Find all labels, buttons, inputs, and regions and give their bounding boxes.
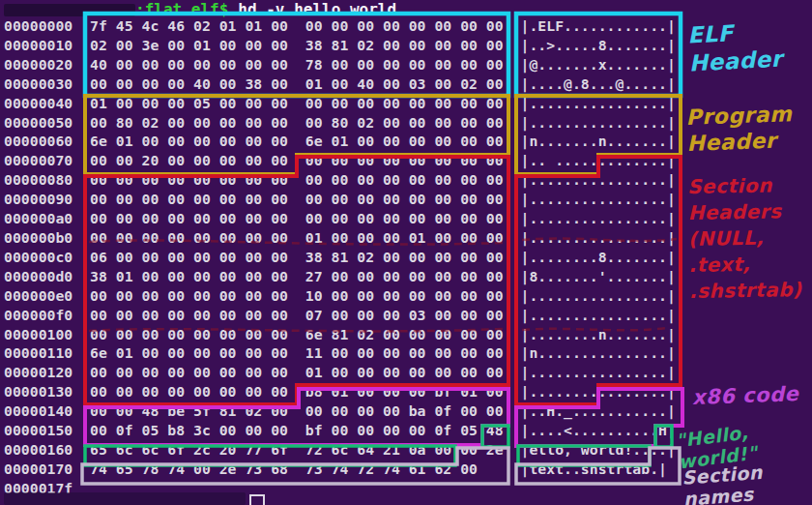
hex-row: 00000100 00 00 00 00 00 00 00 00 6e 81 0… [4,325,676,344]
hexdump-lines: 00000000 7f 45 4c 46 02 01 01 00 00 00 0… [4,16,676,479]
elf-header-note: ELF Header [687,17,784,78]
hex-row: 00000160 65 6c 6c 6f 2c 20 77 6f 72 6c 6… [4,440,676,460]
section-headers-note: Section Headers (NULL, .text, .shstrtab) [687,172,802,305]
hex-row: 00000010 02 00 3e 00 01 00 00 00 38 81 0… [4,36,676,55]
hex-row: 00000110 6e 01 00 00 00 00 00 00 11 00 0… [4,343,676,363]
hex-row: 00000140 00 00 48 be 5f 81 02 00 00 00 0… [4,401,676,421]
hex-row: 00000080 00 00 00 00 00 00 00 00 00 00 0… [4,170,676,190]
section-names-note: Section names [682,458,812,505]
hex-row: 000000c0 06 00 00 00 00 00 00 00 38 81 0… [4,248,676,267]
hex-row: 00000150 00 0f 05 b8 3c 00 00 00 bf 00 0… [4,421,676,440]
hex-row: 000000f0 00 00 00 00 00 00 00 00 07 00 0… [4,306,676,325]
redacted-user-host [4,4,135,16]
terminal-window[interactable]: :flat elf$hd -v hello world 00000000 7f … [0,0,812,505]
hex-row: 00000130 00 00 00 00 00 00 00 00 b8 01 0… [4,382,676,401]
hex-row: 00000030 00 00 00 00 40 00 38 00 01 00 4… [4,74,676,94]
hex-row: 00000000 7f 45 4c 46 02 01 01 00 00 00 0… [4,16,676,36]
hex-row: 00000120 00 00 00 00 00 00 00 00 01 00 0… [4,363,676,382]
command-line: :flat elf$hd -v hello world [4,1,396,17]
hex-row: 00000090 00 00 00 00 00 00 00 00 00 00 0… [4,190,676,209]
hex-row: 000000d0 38 01 00 00 00 00 00 00 27 00 0… [4,267,676,286]
x86-code-note: x86 code [692,382,799,409]
hex-row: 00000060 6e 01 00 00 00 00 00 00 6e 01 0… [4,132,676,151]
hex-row: 00000040 01 00 00 00 05 00 00 00 00 00 0… [4,94,676,113]
hex-row: 00000170 74 65 78 74 00 2e 73 68 73 74 7… [4,460,676,479]
hex-row: 000000b0 00 00 00 00 00 00 00 00 01 00 0… [4,228,676,248]
terminal-cursor [249,494,265,505]
hex-row: 00000050 00 80 02 00 00 00 00 00 00 80 0… [4,113,676,133]
hex-row: 000000e0 00 00 00 00 00 00 00 00 10 00 0… [4,286,676,306]
hex-row: 000000a0 00 00 00 00 00 00 00 00 00 00 0… [4,209,676,228]
hex-row: 00000070 00 00 20 00 00 00 00 00 00 00 0… [4,151,676,170]
redacted-bottom-prompt [4,492,246,505]
program-header-note: Program Header [685,101,794,157]
hex-row: 00000020 40 00 00 00 00 00 00 00 78 00 0… [4,55,676,74]
